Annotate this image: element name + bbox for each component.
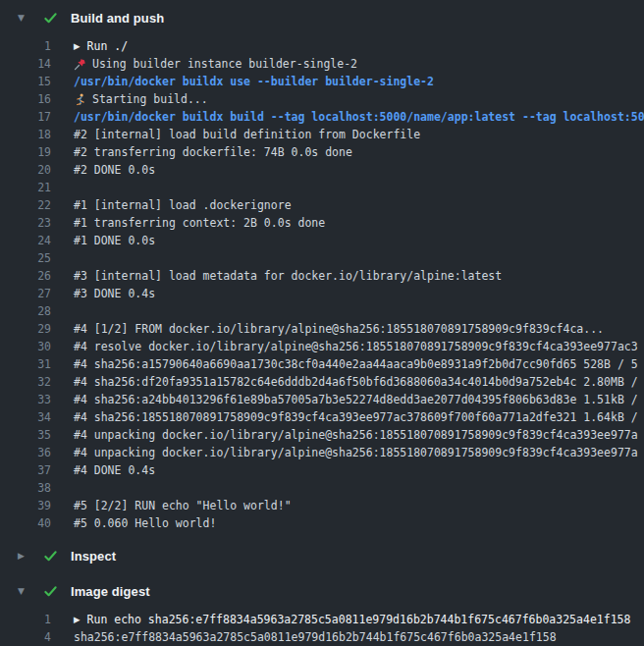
log-line-text: #3 DONE 0.4s [74, 285, 155, 302]
runner-icon [74, 93, 86, 106]
line-number[interactable]: 38 [0, 479, 51, 497]
section-header-inspect[interactable]: ▶Inspect [0, 544, 644, 567]
section-title: Image digest [71, 584, 150, 599]
line-number[interactable]: 14 [0, 55, 51, 73]
log-line: 17/usr/bin/docker buildx build --tag loc… [0, 108, 644, 126]
play-icon[interactable]: ▶ [74, 611, 80, 628]
log-line: 22#1 [internal] load .dockerignore [0, 196, 644, 214]
log-line-text: #4 DONE 0.4s [74, 461, 155, 479]
log-line-text: #4 sha256:df20fa9351a15782c64e6dddb2d4a6… [74, 373, 638, 391]
log-line: 4sha256:e7ff8834a5963a2785c5a0811e979d16… [0, 628, 644, 646]
line-number[interactable]: 19 [0, 143, 51, 161]
line-number[interactable]: 1 [0, 37, 51, 55]
line-number[interactable]: 40 [0, 514, 51, 532]
log-line-text: /usr/bin/docker buildx build --tag local… [74, 108, 644, 126]
line-number[interactable]: 30 [0, 338, 51, 355]
log-line-text: sha256:e7ff8834a5963a2785c5a0811e979d16b… [74, 628, 557, 646]
log-line-text: #1 transferring context: 2B 0.0s done [74, 214, 325, 232]
log-line: 38 [0, 479, 644, 497]
log-line: 21 [0, 179, 644, 196]
log-line-text: #5 0.060 Hello world! [74, 514, 216, 532]
line-number[interactable]: 23 [0, 214, 51, 232]
log-line: 26#3 [internal] load metadata for docker… [0, 267, 644, 285]
log-line-text: #1 DONE 0.0s [74, 232, 155, 249]
log-block-image-digest: 1▶Run echo sha256:e7ff8834a5963a2785c5a0… [0, 611, 644, 646]
log-line: 28 [0, 302, 644, 320]
line-number[interactable]: 35 [0, 426, 51, 444]
log-line-text: #2 DONE 0.0s [74, 161, 155, 179]
line-number[interactable]: 16 [0, 90, 51, 108]
line-number[interactable]: 27 [0, 285, 51, 302]
log-line-text: Run ./ [87, 37, 129, 55]
line-number[interactable]: 28 [0, 302, 51, 320]
section-header-image-digest[interactable]: ▼Image digest [0, 579, 644, 603]
line-number[interactable]: 36 [0, 444, 51, 461]
section-header-build-and-push[interactable]: ▼Build and push [0, 6, 644, 29]
log-line: 19#2 transferring dockerfile: 74B 0.0s d… [0, 143, 644, 161]
line-number[interactable]: 15 [0, 73, 51, 90]
log-line: 31#4 sha256:a15790640a6690aa1730c38cf0a4… [0, 355, 644, 373]
log-line-text: #4 unpacking docker.io/library/alpine@sh… [74, 426, 638, 444]
log-line: 1▶Run echo sha256:e7ff8834a5963a2785c5a0… [0, 611, 644, 628]
log-line-text: #2 transferring dockerfile: 74B 0.0s don… [74, 143, 352, 161]
chevron-right-icon[interactable]: ▶ [18, 552, 29, 561]
line-number[interactable]: 21 [0, 179, 51, 196]
log-line: 15/usr/bin/docker buildx use --builder b… [0, 73, 644, 90]
line-number[interactable]: 33 [0, 391, 51, 408]
log-line-text: Run echo sha256:e7ff8834a5963a2785c5a081… [87, 611, 631, 628]
section-title: Inspect [71, 549, 116, 564]
line-number[interactable]: 32 [0, 373, 51, 391]
log-line: 24#1 DONE 0.0s [0, 232, 644, 249]
check-icon [43, 584, 58, 599]
log-viewer: ▼Build and push1▶Run ./14Using builder i… [0, 6, 644, 646]
log-line: 33#4 sha256:a24bb4013296f61e89ba57005a7b… [0, 391, 644, 408]
log-line: 32#4 sha256:df20fa9351a15782c64e6dddb2d4… [0, 373, 644, 391]
log-line: 16Starting build... [0, 90, 644, 108]
log-line: 23#1 transferring context: 2B 0.0s done [0, 214, 644, 232]
play-icon[interactable]: ▶ [74, 37, 80, 55]
log-line-text: Using builder instance builder-single-2 [92, 55, 357, 73]
log-line-text: #4 resolve docker.io/library/alpine@sha2… [74, 338, 638, 355]
chevron-down-icon[interactable]: ▼ [18, 14, 29, 23]
log-line-text: #4 sha256:a24bb4013296f61e89ba57005a7b3e… [74, 391, 638, 408]
line-number[interactable]: 24 [0, 232, 51, 249]
line-number[interactable]: 1 [0, 611, 51, 628]
log-line: 14Using builder instance builder-single-… [0, 55, 644, 73]
log-line: 1▶Run ./ [0, 37, 644, 55]
log-line-text: /usr/bin/docker buildx use --builder bui… [74, 73, 434, 90]
log-line-text: #4 sha256:a15790640a6690aa1730c38cf0a440… [74, 355, 638, 373]
line-number[interactable]: 39 [0, 497, 51, 514]
log-line: 37#4 DONE 0.4s [0, 461, 644, 479]
log-line: 29#4 [1/2] FROM docker.io/library/alpine… [0, 320, 644, 338]
chevron-down-icon[interactable]: ▼ [18, 587, 29, 596]
pushpin-icon [74, 58, 86, 71]
line-number[interactable]: 29 [0, 320, 51, 338]
section-title: Build and push [71, 11, 164, 26]
log-line: 30#4 resolve docker.io/library/alpine@sh… [0, 338, 644, 355]
log-line-text: #4 [1/2] FROM docker.io/library/alpine@s… [74, 320, 604, 338]
log-line-text: #2 [internal] load build definition from… [74, 126, 420, 143]
line-number[interactable]: 37 [0, 461, 51, 479]
log-line: 35#4 unpacking docker.io/library/alpine@… [0, 426, 644, 444]
log-line: 20#2 DONE 0.0s [0, 161, 644, 179]
line-number[interactable]: 18 [0, 126, 51, 143]
line-number[interactable]: 34 [0, 408, 51, 426]
line-number[interactable]: 31 [0, 355, 51, 373]
line-number[interactable]: 20 [0, 161, 51, 179]
log-line: 40#5 0.060 Hello world! [0, 514, 644, 532]
log-line: 36#4 unpacking docker.io/library/alpine@… [0, 444, 644, 461]
log-line: 34#4 sha256:185518070891758909c9f839cf4c… [0, 408, 644, 426]
log-line: 39#5 [2/2] RUN echo "Hello world!" [0, 497, 644, 514]
log-block-build-and-push: 1▶Run ./14Using builder instance builder… [0, 37, 644, 532]
log-line: 27#3 DONE 0.4s [0, 285, 644, 302]
line-number[interactable]: 22 [0, 196, 51, 214]
log-line-text: #4 unpacking docker.io/library/alpine@sh… [74, 444, 638, 461]
line-number[interactable]: 17 [0, 108, 51, 126]
line-number[interactable]: 4 [0, 628, 51, 646]
log-line-text: #5 [2/2] RUN echo "Hello world!" [74, 497, 292, 514]
log-line: 25 [0, 249, 644, 267]
line-number[interactable]: 25 [0, 249, 51, 267]
log-line-text: Starting build... [92, 90, 208, 108]
line-number[interactable]: 26 [0, 267, 51, 285]
log-line-text: #3 [internal] load metadata for docker.i… [74, 267, 502, 285]
